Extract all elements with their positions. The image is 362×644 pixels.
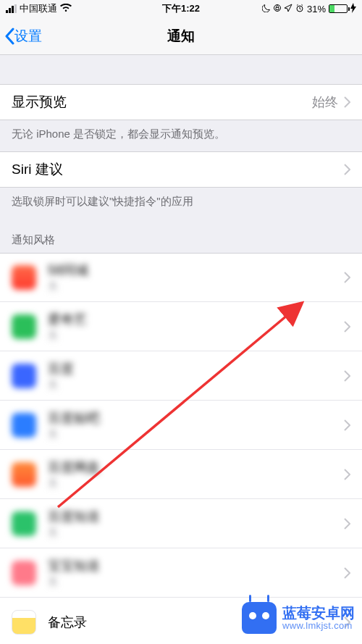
back-label: 设置 (14, 27, 42, 46)
app-name-label: 宝宝知道 (48, 557, 100, 574)
app-text: 58同城关 (48, 262, 88, 293)
status-left: 中国联通 (6, 2, 72, 15)
location-icon (284, 4, 292, 14)
app-cell[interactable]: 宝宝知道关 (0, 548, 362, 598)
chevron-right-icon (344, 321, 350, 333)
preview-footer: 无论 iPhone 是否锁定，都会显示通知预览。 (0, 120, 362, 151)
charging-icon (350, 3, 356, 15)
app-text: 百度知道关 (48, 508, 100, 540)
chevron-right-icon (344, 370, 350, 382)
app-icon (12, 511, 36, 536)
show-preview-cell[interactable]: 显示预览 始终 (0, 84, 362, 120)
app-name-label: 爱奇艺 (48, 311, 87, 328)
app-text: 爱奇艺关 (48, 311, 87, 343)
watermark: 蓝莓安卓网 www.lmkjst.com (242, 602, 355, 634)
app-cell[interactable]: 爱奇艺关 (0, 302, 362, 351)
app-cell[interactable]: 百度贴吧关 (0, 401, 362, 450)
app-name-label: 百度网盘 (48, 459, 100, 476)
page-title: 通知 (167, 27, 195, 46)
lock-icon (274, 4, 281, 14)
app-text: 宝宝知道关 (48, 557, 100, 589)
app-sub-label: 关 (48, 280, 88, 293)
app-name-label: 58同城 (48, 262, 88, 279)
watermark-robot-icon (242, 602, 277, 634)
siri-label: Siri 建议 (12, 160, 63, 179)
app-sub-label: 关 (48, 477, 100, 490)
battery-icon (329, 4, 348, 13)
app-text: 百度贴吧关 (48, 409, 100, 441)
app-name-label: 百度 (48, 360, 74, 377)
app-sub-label: 关 (48, 379, 74, 392)
app-list: 58同城关爱奇艺关百度关百度贴吧关百度网盘关百度知道关宝宝知道关备忘录 (0, 253, 362, 644)
app-text: 百度网盘关 (48, 459, 100, 490)
watermark-url: www.lmkjst.com (282, 621, 355, 631)
app-text: 百度关 (48, 360, 74, 392)
signal-icon (6, 4, 17, 13)
app-cell[interactable]: 百度关 (0, 351, 362, 401)
watermark-title: 蓝莓安卓网 (282, 605, 355, 621)
chevron-right-icon (344, 164, 350, 175)
show-preview-value: 始终 (312, 93, 338, 111)
app-name-label: 百度知道 (48, 508, 100, 525)
carrier-label: 中国联通 (20, 2, 57, 15)
wifi-icon (60, 4, 72, 14)
chevron-right-icon (344, 419, 350, 431)
siri-suggestions-cell[interactable]: Siri 建议 (0, 151, 362, 188)
alarm-icon (295, 4, 304, 14)
status-bar: 中国联通 下午1:22 31% (0, 0, 362, 17)
chevron-right-icon (344, 96, 350, 108)
app-sub-label: 关 (48, 576, 100, 589)
battery-pct: 31% (307, 4, 326, 14)
show-preview-label: 显示预览 (12, 93, 67, 112)
chevron-left-icon (4, 28, 14, 45)
notification-style-header: 通知风格 (0, 219, 362, 253)
app-name-label: 备忘录 (48, 614, 87, 631)
app-icon (12, 265, 36, 290)
app-icon (12, 561, 36, 585)
nav-bar: 设置 通知 (0, 17, 362, 55)
siri-footer: 选取锁屏时可以建议"快捷指令"的应用 (0, 188, 362, 219)
app-name-label: 百度贴吧 (48, 409, 100, 427)
app-sub-label: 关 (48, 428, 100, 441)
app-icon (12, 413, 36, 438)
app-text: 备忘录 (48, 614, 87, 631)
status-right: 31% (262, 3, 356, 15)
moon-icon (262, 4, 271, 14)
app-sub-label: 关 (48, 527, 100, 540)
status-time: 下午1:22 (162, 2, 200, 15)
chevron-right-icon (344, 567, 350, 579)
app-icon (12, 364, 36, 388)
app-sub-label: 关 (48, 330, 87, 343)
app-icon (12, 610, 36, 635)
chevron-right-icon (344, 272, 350, 283)
app-icon (12, 314, 36, 339)
app-cell[interactable]: 百度网盘关 (0, 450, 362, 499)
app-icon (12, 462, 36, 487)
app-cell[interactable]: 58同城关 (0, 253, 362, 302)
chevron-right-icon (344, 518, 350, 530)
back-button[interactable]: 设置 (4, 27, 42, 46)
chevron-right-icon (344, 469, 350, 480)
app-cell[interactable]: 百度知道关 (0, 499, 362, 548)
